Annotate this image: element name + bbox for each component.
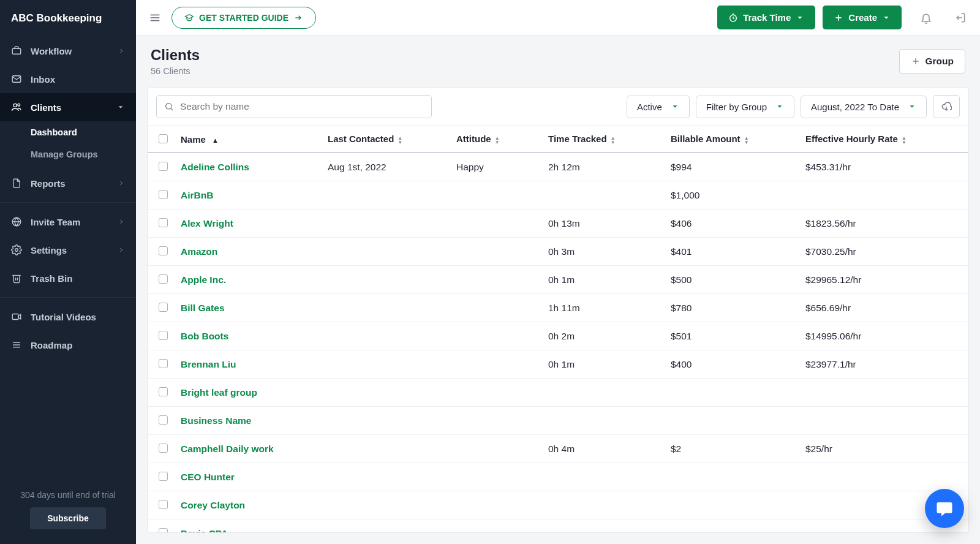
select-all-checkbox[interactable]	[159, 134, 168, 143]
col-billable[interactable]: Billable Amount▲▼	[665, 126, 799, 153]
row-checkbox[interactable]	[159, 415, 168, 425]
table-row: Brennan Liu 0h 1m $400 $23977.1/hr	[148, 350, 968, 379]
table-scroll[interactable]: Name ▲ Last Contacted▲▼ Attitude▲▼ Time …	[148, 126, 968, 532]
table-row: Bill Gates 1h 11m $780 $656.69/hr	[148, 294, 968, 322]
sidebar-item-label: Settings	[31, 245, 67, 255]
col-rate[interactable]: Effective Hourly Rate▲▼	[799, 126, 968, 153]
get-started-guide-button[interactable]: GET STARTED GUIDE	[172, 7, 316, 29]
sidebar-item-reports[interactable]: Reports	[0, 169, 136, 197]
cell-time	[542, 519, 665, 533]
svg-point-2	[13, 104, 17, 107]
sidebar-sub-dashboard[interactable]: Dashboard	[0, 121, 136, 143]
row-checkbox[interactable]	[159, 274, 168, 284]
row-checkbox[interactable]	[159, 303, 168, 312]
client-link[interactable]: CEO Hunter	[181, 472, 235, 482]
status-filter[interactable]: Active	[627, 96, 690, 118]
client-link[interactable]: Apple Inc.	[181, 274, 226, 285]
sidebar-item-settings[interactable]: Settings	[0, 236, 136, 264]
col-name[interactable]: Name ▲	[175, 126, 322, 153]
table-row: Bright leaf group	[148, 379, 968, 407]
col-time-tracked[interactable]: Time Tracked▲▼	[542, 126, 665, 153]
search-icon	[164, 102, 174, 111]
client-link[interactable]: Bob Boots	[181, 331, 228, 341]
client-link[interactable]: Amazon	[181, 246, 217, 257]
client-link[interactable]: AirBnB	[181, 190, 213, 200]
client-link[interactable]: Bill Gates	[181, 303, 225, 313]
group-filter[interactable]: Filter by Group	[696, 96, 794, 118]
sidebar-item-trash[interactable]: Trash Bin	[0, 264, 136, 292]
bell-icon[interactable]	[916, 8, 936, 28]
subscribe-button[interactable]: Subscribe	[30, 507, 106, 529]
client-link[interactable]: Brennan Liu	[181, 359, 236, 369]
client-link[interactable]: Davis CPA	[181, 528, 228, 533]
plus-icon	[911, 56, 921, 66]
cell-billable	[665, 491, 799, 519]
cell-billable	[665, 407, 799, 435]
col-attitude[interactable]: Attitude▲▼	[450, 126, 542, 153]
row-checkbox[interactable]	[159, 190, 168, 199]
cell-name: Davis CPA	[175, 519, 322, 533]
video-icon	[11, 311, 22, 322]
cell-billable	[665, 463, 799, 491]
cell-rate: $453.31/hr	[799, 153, 968, 181]
client-link[interactable]: Alex Wright	[181, 218, 233, 229]
sort-asc-icon: ▲	[212, 137, 219, 144]
row-checkbox[interactable]	[159, 162, 168, 171]
col-last-contacted[interactable]: Last Contacted▲▼	[322, 126, 450, 153]
cell-time: 0h 13m	[542, 210, 665, 238]
cell-name: Corey Clayton	[175, 491, 322, 519]
add-group-button[interactable]: Group	[899, 49, 966, 74]
cell-name: Apple Inc.	[175, 266, 322, 294]
table-row: Davis CPA	[148, 519, 968, 533]
table-row: CEO Hunter	[148, 463, 968, 491]
cell-last-contacted	[322, 210, 450, 238]
sidebar-item-inbox[interactable]: Inbox	[0, 65, 136, 93]
sidebar-item-workflow[interactable]: Workflow	[0, 37, 136, 65]
cell-attitude	[450, 238, 542, 266]
trial-text: 304 days until end of trial	[11, 490, 125, 500]
hamburger-icon[interactable]	[146, 9, 164, 27]
download-button[interactable]	[933, 95, 960, 118]
logout-icon[interactable]	[951, 8, 970, 28]
row-checkbox[interactable]	[159, 500, 168, 509]
people-icon	[11, 102, 22, 113]
chevron-right-icon	[118, 218, 125, 225]
sidebar-item-roadmap[interactable]: Roadmap	[0, 331, 136, 359]
client-link[interactable]: Bright leaf group	[181, 387, 257, 398]
client-link[interactable]: Business Name	[181, 415, 251, 426]
cell-name: Alex Wright	[175, 210, 322, 238]
row-checkbox[interactable]	[159, 246, 168, 255]
sidebar-item-clients[interactable]: Clients	[0, 93, 136, 121]
cell-name: Adeline Collins	[175, 153, 322, 181]
client-link[interactable]: Adeline Collins	[181, 162, 249, 172]
track-time-button[interactable]: Track Time	[717, 6, 815, 29]
graduation-icon	[184, 13, 194, 23]
row-checkbox[interactable]	[159, 472, 168, 481]
chevron-down-icon	[908, 102, 916, 111]
row-checkbox[interactable]	[159, 444, 168, 453]
sidebar-item-invite-team[interactable]: Invite Team	[0, 208, 136, 236]
chevron-right-icon	[118, 47, 125, 55]
chat-fab[interactable]	[925, 489, 964, 528]
client-link[interactable]: Camphell Daily work	[181, 444, 274, 454]
client-link[interactable]: Corey Clayton	[181, 500, 245, 510]
cell-last-contacted	[322, 266, 450, 294]
cell-billable	[665, 379, 799, 407]
row-checkbox[interactable]	[159, 331, 168, 340]
row-checkbox[interactable]	[159, 218, 168, 227]
cell-last-contacted	[322, 238, 450, 266]
cell-time: 0h 1m	[542, 266, 665, 294]
row-checkbox[interactable]	[159, 359, 168, 368]
date-filter-label: August, 2022 To Date	[811, 102, 899, 112]
sidebar-sub-manage-groups[interactable]: Manage Groups	[0, 143, 136, 165]
search-input[interactable]	[180, 101, 424, 112]
row-checkbox[interactable]	[159, 528, 168, 532]
create-button[interactable]: Create	[823, 6, 902, 29]
cell-last-contacted	[322, 181, 450, 210]
date-filter[interactable]: August, 2022 To Date	[801, 96, 927, 118]
search-box[interactable]	[156, 95, 432, 118]
track-time-label: Track Time	[743, 12, 791, 23]
sidebar-item-label: Trash Bin	[31, 273, 72, 284]
sidebar-item-tutorial[interactable]: Tutorial Videos	[0, 303, 136, 331]
row-checkbox[interactable]	[159, 387, 168, 396]
